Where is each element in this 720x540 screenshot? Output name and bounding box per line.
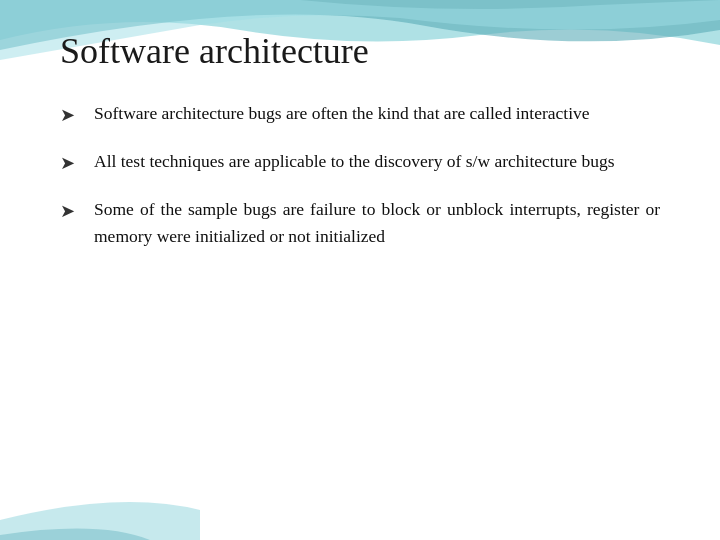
bullet-icon-3: ➤	[60, 198, 88, 226]
bullet-icon-2: ➤	[60, 150, 88, 178]
slide-title: Software architecture	[60, 30, 660, 72]
list-item: ➤ All test techniques are applicable to …	[60, 148, 660, 178]
bullet-text-3: Some of the sample bugs are failure to b…	[94, 196, 660, 250]
bullet-list: ➤ Software architecture bugs are often t…	[60, 100, 660, 250]
list-item: ➤ Some of the sample bugs are failure to…	[60, 196, 660, 250]
slide-content: Software architecture ➤ Software archite…	[0, 0, 720, 298]
bullet-text-1: Software architecture bugs are often the…	[94, 100, 660, 127]
list-item: ➤ Software architecture bugs are often t…	[60, 100, 660, 130]
bullet-text-2: All test techniques are applicable to th…	[94, 148, 660, 175]
bullet-icon-1: ➤	[60, 102, 88, 130]
bottom-decoration	[0, 480, 200, 540]
